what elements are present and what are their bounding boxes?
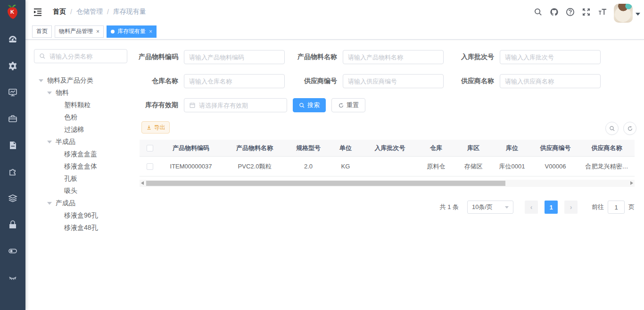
refresh-icon [338,102,344,109]
tab-label: 库存现有量 [117,27,146,35]
hamburger-icon[interactable] [33,7,42,17]
tree-node-box-body[interactable]: 移液盒盒体 [34,160,133,173]
field-supplier-name: 供应商名称 [449,74,601,88]
page-1-button[interactable]: 1 [545,201,558,214]
tree-node-label: 产成品 [56,199,75,208]
header-search-button[interactable] [530,0,546,24]
prev-page-button[interactable]: ‹ [525,201,538,214]
avatar[interactable] [614,4,633,23]
document-icon [8,141,17,150]
tab-material-product-mgmt[interactable]: 物料产品管理 × [55,25,104,38]
active-dot [111,30,115,34]
select-all-checkbox[interactable] [147,145,153,151]
scroll-left-arrow-icon[interactable] [141,181,144,185]
export-button[interactable]: 导出 [141,121,170,134]
scroll-right-arrow-icon[interactable] [630,181,633,185]
tree-expand-icon[interactable] [47,141,56,143]
reset-button[interactable]: 重置 [331,98,365,112]
field-expiry-date: 库存有效期 [133,98,287,112]
next-page-button[interactable]: › [564,201,578,214]
sidebar-item-briefcase[interactable] [0,106,25,132]
col-warehouse: 仓库 [418,144,454,152]
tree-node-well-plate[interactable]: 孔板 [34,173,133,185]
search-icon [299,102,305,109]
field-label: 仓库名称 [133,77,178,85]
tab-inventory-on-hand[interactable]: 库存现有量 × [107,25,157,38]
github-button[interactable] [546,0,562,24]
font-size-button[interactable] [594,0,610,24]
tree-node-label: 物料及产品分类 [47,76,93,85]
col-item-code: 产品物料编码 [160,144,222,152]
app-logo[interactable]: K [0,0,25,24]
row-checkbox[interactable] [147,163,153,170]
tree-node-box-96[interactable]: 移液盒96孔 [34,209,133,222]
tree-node-box-48[interactable]: 移液盒48孔 [34,222,133,234]
tree-node-filter-cotton[interactable]: 过滤棉 [34,124,133,136]
tab-home[interactable]: 首页 [32,25,52,38]
page-size-value: 10条/页 [472,203,493,211]
col-supplier-code: 供应商编号 [532,144,579,152]
reset-button-label: 重置 [347,101,359,109]
sidebar-item-component[interactable] [0,159,25,185]
tree-node-root[interactable]: 物料及产品分类 [34,75,133,87]
show-search-toggle-button[interactable] [605,122,619,135]
search-button[interactable]: 搜索 [293,98,326,112]
breadcrumb-home[interactable]: 首页 [53,8,66,16]
field-label: 产品物料编码 [133,53,178,61]
tree-node-label: 移液盒48孔 [64,224,98,232]
help-button[interactable] [562,0,578,24]
page-size-select[interactable]: 10条/页 [467,201,513,214]
sidebar-item-layers[interactable] [0,185,25,211]
refresh-icon [627,126,633,132]
tree-expand-icon[interactable] [47,92,56,94]
tree-node-label: 半成品 [56,138,75,146]
tree-node-box-lid[interactable]: 移液盒盒盖 [34,148,133,160]
supplier-name-input[interactable] [505,78,595,85]
inbound-batch-input[interactable] [505,54,595,61]
cell-spec: 2.0 [288,163,329,170]
top-header: 首页 / 仓储管理 / 库存现有量 [25,0,644,24]
refresh-table-button[interactable] [623,122,636,135]
github-icon [550,8,559,17]
cell-supplier-code: V00006 [532,163,579,170]
help-icon [566,8,575,17]
inventory-table: 产品物料编码 产品物料名称 规格型号 单位 入库批次号 仓库 库区 库位 供应商… [140,140,635,176]
sidebar-item-toggle[interactable] [0,238,25,264]
table-header-row: 产品物料编码 产品物料名称 规格型号 单位 入库批次号 仓库 库区 库位 供应商… [140,140,635,157]
scrollbar-thumb[interactable] [146,181,505,186]
date-picker[interactable] [184,98,287,112]
category-search-input[interactable] [50,53,122,60]
item-name-input[interactable] [348,54,438,61]
tree-node-material[interactable]: 物料 [34,87,133,99]
tree-node-pigment[interactable]: 色粉 [34,111,133,124]
tree-node-tip[interactable]: 吸头 [34,185,133,197]
chevron-down-icon [505,206,509,209]
sidebar-item-monitor[interactable] [0,79,25,106]
sidebar-item-document[interactable] [0,132,25,159]
goto-page-input[interactable] [608,201,625,214]
fullscreen-button[interactable] [578,0,594,24]
sidebar-item-theme[interactable] [0,264,25,291]
table-horizontal-scrollbar[interactable] [140,180,635,187]
tab-close-icon[interactable]: × [96,29,99,34]
tree-expand-icon[interactable] [47,202,56,205]
tab-label: 首页 [36,27,48,35]
supplier-code-input[interactable] [348,78,438,85]
expiry-date-input[interactable] [199,102,282,109]
table-row[interactable]: ITEM00000037 PVC2.0颗粒 2.0 KG 原料仓 存储区 库位0… [140,157,635,176]
item-code-input[interactable] [189,54,280,61]
sidebar-item-system[interactable] [0,53,25,79]
tree-node-finished[interactable]: 产成品 [34,197,133,209]
user-menu[interactable] [614,1,640,23]
gear-icon [8,61,17,71]
warehouse-name-input[interactable] [189,78,280,85]
tree-node-plastic-pellet[interactable]: 塑料颗粒 [34,99,133,111]
sidebar-item-lock[interactable] [0,211,25,238]
pagination: 共 1 条 10条/页 ‹ 1 › 前往 页 [440,200,635,214]
breadcrumb-warehouse[interactable]: 仓储管理 [76,8,103,16]
tree-node-semi-finished[interactable]: 半成品 [34,136,133,148]
tab-close-icon[interactable]: × [149,29,152,34]
tree-expand-icon[interactable] [39,79,47,82]
sidebar-item-dashboard[interactable] [0,26,25,53]
tree-node-label: 吸头 [64,187,77,195]
